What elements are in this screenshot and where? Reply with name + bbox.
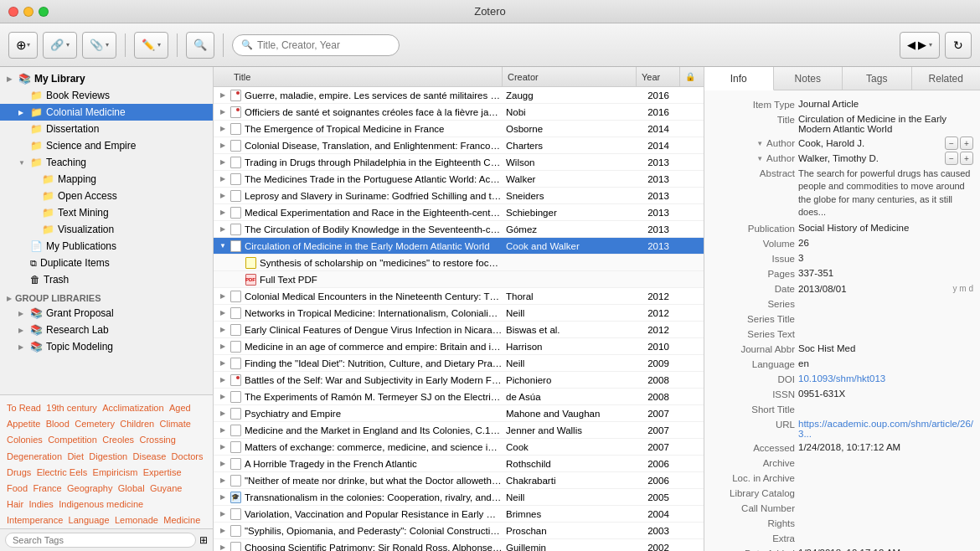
year-col-header[interactable]: Year bbox=[637, 67, 680, 86]
tag-item[interactable]: Indigenous medicine bbox=[59, 499, 143, 509]
sidebar-item-science-and-empire[interactable]: 📁 Science and Empire bbox=[0, 137, 213, 154]
sidebar-item-text-mining[interactable]: 📁 Text Mining bbox=[0, 204, 213, 221]
table-row[interactable]: ▶Colonial Medical Encounters in the Nine… bbox=[214, 288, 704, 305]
tag-item[interactable]: Expertise bbox=[143, 467, 182, 477]
row-title[interactable]: Leprosy and Slavery in Suriname: Godfrie… bbox=[245, 191, 503, 201]
sidebar-item-grant-proposal[interactable]: ▶ 📚 Grant Proposal bbox=[0, 305, 213, 322]
expand-row-arrow[interactable]: ▶ bbox=[217, 209, 229, 216]
tag-item[interactable]: Appetite bbox=[7, 419, 40, 429]
group-libraries-header[interactable]: ▶ Group Libraries bbox=[0, 288, 213, 305]
sidebar-item-research-lab[interactable]: ▶ 📚 Research Lab bbox=[0, 322, 213, 338]
author1-collapse-icon[interactable]: ▼ bbox=[756, 140, 763, 147]
table-row[interactable]: ▶Colonial Disease, Translation, and Enli… bbox=[214, 137, 704, 154]
row-title[interactable]: Guerre, maladie, empire. Les services de… bbox=[245, 90, 503, 100]
table-row[interactable]: ▶The Circulation of Bodily Knowledge in … bbox=[214, 221, 704, 238]
archive-value[interactable] bbox=[798, 457, 973, 469]
abstract-value[interactable]: The search for powerful drugs has caused… bbox=[798, 167, 973, 219]
tag-item[interactable]: Global bbox=[118, 483, 145, 493]
loc-in-archive-value[interactable] bbox=[798, 472, 973, 484]
tag-item[interactable]: Degeneration bbox=[7, 451, 62, 461]
sidebar-item-open-access[interactable]: 📁 Open Access bbox=[0, 188, 213, 204]
expand-row-arrow[interactable]: ▶ bbox=[217, 426, 229, 434]
expand-row-arrow[interactable]: ▶ bbox=[217, 91, 229, 99]
row-title[interactable]: Synthesis of scholarship on "medicines" … bbox=[260, 258, 503, 268]
locate-button[interactable]: 🔍 bbox=[186, 32, 214, 59]
sidebar-item-teaching[interactable]: ▼ 📁 Teaching bbox=[0, 154, 213, 171]
tag-item[interactable]: France bbox=[33, 483, 61, 493]
expand-row-arrow[interactable]: ▶ bbox=[217, 527, 229, 534]
tab-notes[interactable]: Notes bbox=[774, 67, 843, 90]
tab-tags[interactable]: Tags bbox=[843, 67, 912, 90]
series-value[interactable] bbox=[798, 298, 973, 310]
row-title[interactable]: Matters of exchange: commerce, medicine,… bbox=[245, 442, 503, 452]
row-title[interactable]: Officiers de santé et soignantes créoles… bbox=[245, 107, 503, 117]
series-title-value[interactable] bbox=[798, 313, 973, 325]
pages-value[interactable]: 337-351 bbox=[798, 268, 973, 280]
expand-row-arrow[interactable]: ▶ bbox=[217, 108, 229, 116]
row-title[interactable]: Colonial Disease, Translation, and Enlig… bbox=[245, 141, 503, 151]
tag-item[interactable]: Acclimatization bbox=[102, 403, 163, 413]
author1-plus-btn[interactable]: + bbox=[960, 136, 973, 150]
journal-abbr-value[interactable]: Soc Hist Med bbox=[798, 343, 973, 355]
tag-search-input[interactable] bbox=[5, 533, 196, 548]
extra-value[interactable] bbox=[798, 533, 973, 544]
author1-value[interactable]: Cook, Harold J. bbox=[798, 138, 941, 148]
row-title[interactable]: Full Text PDF bbox=[260, 275, 503, 285]
table-row[interactable]: ▶Finding the "Ideal Diet": Nutrition, Cu… bbox=[214, 355, 704, 372]
minimize-button[interactable] bbox=[23, 7, 34, 17]
tab-related[interactable]: Related bbox=[912, 67, 981, 90]
expand-row-arrow[interactable]: ▶ bbox=[217, 493, 229, 501]
add-attachment-button[interactable]: 📎 ▾ bbox=[82, 32, 116, 59]
tag-item[interactable]: Medicine bbox=[163, 515, 200, 525]
row-title[interactable]: Battles of the Self: War and Subjectivit… bbox=[245, 375, 503, 385]
issn-value[interactable]: 0951-631X bbox=[798, 389, 973, 400]
tag-item[interactable]: Guyane bbox=[150, 483, 183, 493]
table-row[interactable]: ▶Leprosy and Slavery in Suriname: Godfri… bbox=[214, 188, 704, 204]
search-input[interactable] bbox=[257, 39, 390, 51]
row-title[interactable]: Psychiatry and Empire bbox=[245, 409, 503, 419]
author2-value[interactable]: Walker, Timothy D. bbox=[798, 153, 941, 163]
table-row[interactable]: ▶A Horrible Tragedy in the French Atlant… bbox=[214, 456, 704, 472]
tag-item[interactable]: Diet bbox=[67, 451, 84, 461]
expand-row-arrow[interactable]: ▶ bbox=[217, 158, 229, 166]
expand-row-arrow[interactable]: ▶ bbox=[217, 192, 229, 199]
tag-item[interactable]: Language bbox=[69, 515, 110, 525]
row-title[interactable]: Medicine in an age of commerce and empir… bbox=[245, 342, 503, 352]
tag-item[interactable]: Blood bbox=[46, 419, 70, 429]
table-row[interactable]: ▶Matters of exchange: commerce, medicine… bbox=[214, 439, 704, 456]
row-title[interactable]: Circulation of Medicine in the Early Mod… bbox=[245, 241, 503, 251]
tag-item[interactable]: Creoles bbox=[102, 435, 134, 445]
table-row[interactable]: ▶Early Clinical Features of Dengue Virus… bbox=[214, 322, 704, 338]
expand-row-arrow[interactable]: ▶ bbox=[217, 460, 229, 467]
maximize-button[interactable] bbox=[39, 7, 49, 17]
table-row[interactable]: ▼Circulation of Medicine in the Early Mo… bbox=[214, 238, 704, 255]
tag-item[interactable]: To Read bbox=[7, 403, 41, 413]
tag-item[interactable]: Competition bbox=[48, 435, 97, 445]
row-title[interactable]: The Emergence of Tropical Medicine in Fr… bbox=[245, 124, 503, 134]
expand-row-arrow[interactable]: ▶ bbox=[217, 543, 229, 551]
tag-item[interactable]: Crossing bbox=[139, 435, 175, 445]
expand-row-arrow[interactable]: ▶ bbox=[217, 309, 229, 317]
accessed-value[interactable]: 1/24/2018, 10:17:12 AM bbox=[798, 442, 973, 454]
title-value[interactable]: Circulation of Medicine in the Early Mod… bbox=[798, 114, 973, 134]
tag-item[interactable]: 19th century bbox=[46, 403, 97, 413]
expand-row-arrow[interactable]: ▶ bbox=[217, 125, 229, 132]
rights-value[interactable] bbox=[798, 518, 973, 529]
table-row[interactable]: ▶🎓Transnationalism in the colonies: Coop… bbox=[214, 489, 704, 506]
issue-value[interactable]: 3 bbox=[798, 253, 973, 265]
table-row[interactable]: ▶Trading in Drugs through Philadelphia i… bbox=[214, 154, 704, 171]
publication-value[interactable]: Social History of Medicine bbox=[798, 223, 973, 234]
expand-row-arrow[interactable]: ▶ bbox=[217, 326, 229, 333]
expand-row-arrow[interactable]: ▶ bbox=[217, 342, 229, 350]
tag-item[interactable]: Geography bbox=[67, 483, 112, 493]
add-item-button[interactable]: ⊕ ▾ bbox=[8, 32, 38, 59]
tag-item[interactable]: Intemperance bbox=[7, 515, 63, 525]
close-button[interactable] bbox=[8, 7, 18, 17]
row-title[interactable]: The Circulation of Bodily Knowledge in t… bbox=[245, 224, 503, 234]
table-row[interactable]: ▶Choosing Scientific Patrimony: Sir Rona… bbox=[214, 539, 704, 551]
sidebar-item-colonial-medicine[interactable]: ▶ 📁 Colonial Medicine bbox=[0, 104, 213, 121]
table-row[interactable]: ▶The Experiments of Ramón M. Termeyer SJ… bbox=[214, 389, 704, 405]
row-title[interactable]: Transnationalism in the colonies: Cooper… bbox=[245, 492, 503, 502]
row-title[interactable]: Choosing Scientific Patrimony: Sir Ronal… bbox=[245, 543, 503, 552]
expand-row-arrow[interactable]: ▶ bbox=[217, 175, 229, 183]
